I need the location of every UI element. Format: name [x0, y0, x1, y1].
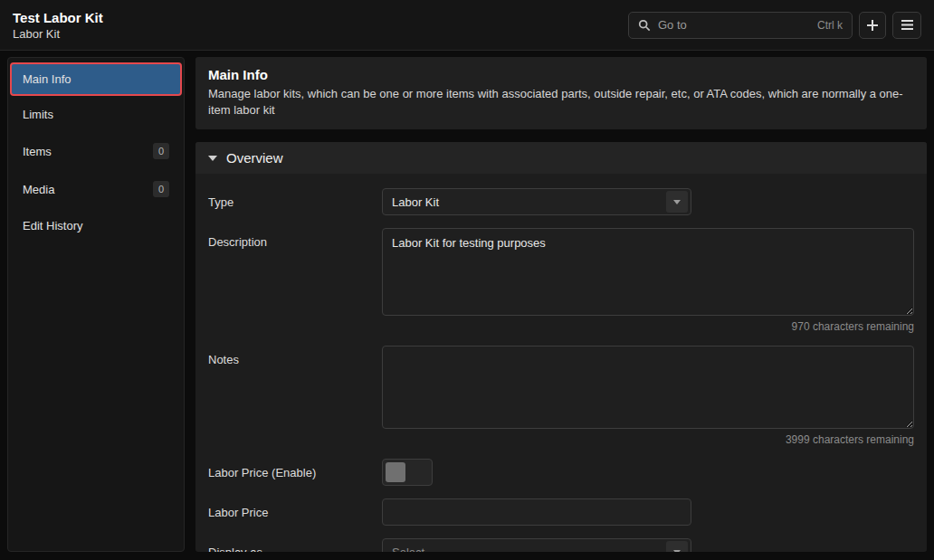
- type-select-value: Labor Kit: [392, 195, 439, 209]
- description-label: Description: [208, 228, 382, 333]
- page-title: Test Labor Kit: [13, 10, 103, 25]
- goto-search-input[interactable]: [658, 18, 810, 32]
- display-as-label: Display as: [208, 538, 382, 552]
- overview-form: Type Labor Kit Description Labor Kit for…: [195, 174, 927, 552]
- notes-textarea[interactable]: [382, 346, 914, 429]
- add-button[interactable]: [859, 12, 886, 39]
- chevron-down-icon: [666, 541, 688, 552]
- overview-title: Overview: [226, 150, 283, 166]
- overview-section: Overview Type Labor Kit Description: [195, 142, 927, 552]
- type-select[interactable]: Labor Kit: [382, 188, 691, 215]
- notes-chars-remaining: 3999 characters remaining: [382, 433, 914, 446]
- display-as-placeholder: Select...: [392, 546, 434, 552]
- labor-price-label: Labor Price: [208, 498, 382, 526]
- hamburger-icon: [901, 19, 914, 31]
- main-content: Main Info Manage labor kits, which can b…: [195, 57, 927, 552]
- sidebar-item-label: Items: [23, 145, 52, 158]
- chevron-down-icon: [666, 191, 688, 213]
- notes-row: Notes 3999 characters remaining: [208, 346, 914, 446]
- section-title: Main Info: [208, 67, 914, 82]
- section-description: Manage labor kits, which can be one or m…: [208, 86, 914, 119]
- app-header: Test Labor Kit Labor Kit Ctrl k: [0, 0, 934, 51]
- display-as-row: Display as Select...: [208, 538, 914, 552]
- search-icon: [638, 19, 651, 32]
- goto-search-box[interactable]: Ctrl k: [628, 12, 853, 39]
- sidebar-item-limits[interactable]: Limits: [10, 98, 182, 131]
- header-actions: Ctrl k: [628, 12, 921, 39]
- media-count-badge: 0: [153, 181, 169, 197]
- menu-button[interactable]: [892, 12, 921, 39]
- labor-price-enable-row: Labor Price (Enable): [208, 459, 914, 486]
- sidebar-item-media[interactable]: Media 0: [10, 171, 182, 207]
- description-row: Description Labor Kit for testing purpos…: [208, 228, 914, 333]
- title-block: Test Labor Kit Labor Kit: [13, 10, 103, 41]
- sidebar-item-label: Main Info: [23, 72, 71, 86]
- items-count-badge: 0: [153, 143, 169, 159]
- toggle-knob: [386, 462, 405, 482]
- sidebar-item-label: Media: [23, 183, 54, 196]
- display-as-select[interactable]: Select...: [382, 538, 691, 552]
- notes-label: Notes: [208, 346, 382, 446]
- sidebar: Main Info Limits Items 0 Media 0 Edit Hi…: [7, 57, 185, 552]
- labor-price-input[interactable]: [382, 498, 691, 526]
- plus-icon: [866, 19, 879, 32]
- chevron-down-icon: [208, 156, 217, 161]
- overview-header[interactable]: Overview: [195, 142, 927, 174]
- main-info-header-panel: Main Info Manage labor kits, which can b…: [195, 57, 927, 129]
- type-row: Type Labor Kit: [208, 188, 914, 215]
- sidebar-item-label: Limits: [23, 108, 53, 121]
- labor-price-row: Labor Price: [208, 498, 914, 526]
- description-textarea[interactable]: Labor Kit for testing purposes: [382, 228, 914, 316]
- sidebar-item-items[interactable]: Items 0: [10, 133, 182, 169]
- sidebar-item-label: Edit History: [23, 219, 82, 233]
- sidebar-item-main-info[interactable]: Main Info: [10, 62, 182, 96]
- type-label: Type: [208, 188, 382, 215]
- sidebar-item-edit-history[interactable]: Edit History: [10, 209, 182, 242]
- shortcut-hint: Ctrl k: [817, 19, 843, 32]
- labor-price-enable-toggle[interactable]: [382, 459, 433, 486]
- layout: Main Info Limits Items 0 Media 0 Edit Hi…: [0, 51, 934, 559]
- labor-price-enable-label: Labor Price (Enable): [208, 459, 382, 486]
- page-subtitle: Labor Kit: [13, 27, 103, 41]
- description-chars-remaining: 970 characters remaining: [382, 320, 914, 333]
